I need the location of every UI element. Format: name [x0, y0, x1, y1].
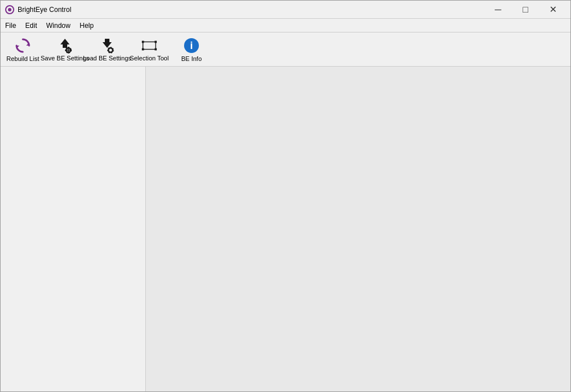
selection-icon	[141, 38, 157, 54]
menu-file[interactable]: File	[1, 19, 21, 32]
svg-marker-10	[103, 39, 112, 48]
rebuild-list-label: Rebuild List	[6, 55, 39, 63]
menu-help[interactable]: Help	[75, 19, 99, 32]
svg-rect-14	[143, 42, 156, 49]
be-info-button[interactable]: i BE Info	[172, 35, 211, 64]
right-panel	[146, 67, 570, 391]
svg-rect-16	[154, 41, 157, 43]
toolbar: Rebuild List Save BE Settings	[1, 32, 570, 67]
rebuild-icon	[14, 37, 31, 54]
svg-rect-17	[142, 48, 144, 51]
content-area	[1, 67, 570, 391]
rebuild-list-button[interactable]: Rebuild List	[3, 35, 43, 64]
info-icon: i	[183, 37, 200, 54]
selection-tool-label: Selection Tool	[130, 55, 169, 62]
main-window: BrightEye Control ─ □ ✕ File Edit Window…	[0, 0, 571, 392]
svg-text:i: i	[190, 40, 193, 51]
load-icon	[99, 38, 115, 54]
title-bar: BrightEye Control ─ □ ✕	[1, 1, 570, 19]
svg-marker-3	[17, 46, 19, 48]
maximize-button[interactable]: □	[512, 2, 539, 18]
load-be-settings-label: Load BE Settings	[83, 55, 132, 62]
svg-point-12	[109, 48, 112, 51]
svg-point-1	[8, 8, 11, 11]
menu-bar: File Edit Window Help	[1, 19, 570, 32]
close-button[interactable]: ✕	[540, 2, 566, 18]
save-be-settings-button[interactable]: Save BE Settings	[45, 35, 85, 64]
left-panel	[1, 67, 146, 391]
minimize-button[interactable]: ─	[485, 2, 511, 18]
svg-marker-4	[60, 39, 70, 48]
be-info-label: BE Info	[181, 55, 202, 63]
selection-tool-button[interactable]: Selection Tool	[129, 35, 169, 64]
svg-rect-15	[142, 41, 144, 43]
window-title: BrightEye Control	[18, 6, 485, 14]
menu-edit[interactable]: Edit	[21, 19, 42, 32]
app-icon	[5, 5, 14, 14]
svg-rect-18	[154, 48, 157, 51]
load-be-settings-button[interactable]: Load BE Settings	[87, 35, 127, 64]
save-be-settings-label: Save BE Settings	[40, 55, 89, 62]
svg-marker-2	[26, 43, 29, 46]
window-controls: ─ □ ✕	[485, 2, 566, 18]
save-icon	[57, 38, 73, 54]
menu-window[interactable]: Window	[42, 19, 75, 32]
